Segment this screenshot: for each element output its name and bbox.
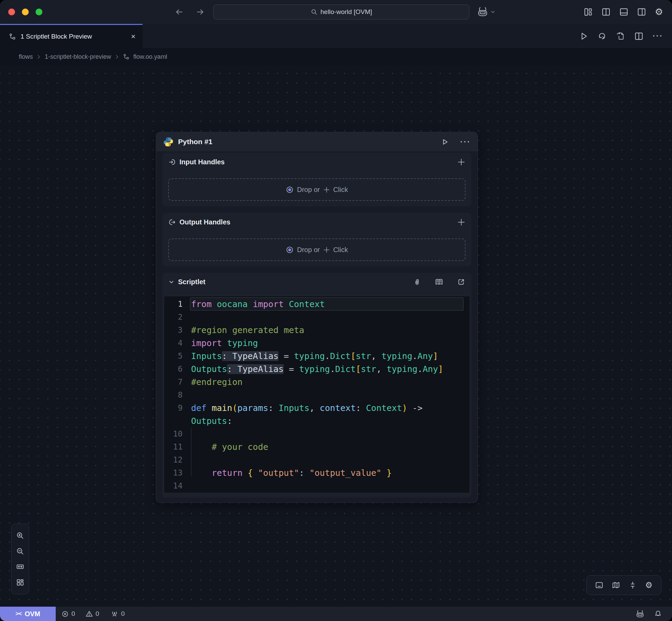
code-line[interactable] (190, 427, 463, 440)
minimize-window-button[interactable] (22, 9, 29, 15)
code-row[interactable]: 2 (164, 310, 470, 323)
code-rows: 1from oocana import Context23#region gen… (164, 298, 470, 492)
run-icon[interactable] (579, 32, 588, 41)
radio-dot-icon (286, 186, 294, 194)
code-row[interactable]: 14 (164, 479, 470, 492)
open-external-icon[interactable] (457, 278, 465, 286)
input-handles-label: Input Handles (179, 158, 225, 166)
code-line[interactable]: Outputs: TypeAlias = typing.Dict[str, ty… (190, 362, 463, 375)
output-handles-section: Output Handles Drop or Click (162, 213, 471, 266)
line-number: 13 (164, 466, 190, 479)
tab-scriptlet-block-preview[interactable]: 1 Scriptlet Block Preview ✕ (0, 24, 143, 48)
canvas-view-toolbar: ⚙ (586, 575, 661, 595)
toggle-primary-sidebar-icon[interactable] (602, 8, 610, 16)
chevron-down-icon (490, 10, 495, 14)
radio-dot-icon (286, 246, 294, 254)
minimap-icon[interactable] (612, 581, 620, 589)
notifications-bell-icon[interactable] (654, 610, 662, 618)
file-sync-icon[interactable] (616, 31, 625, 41)
code-line[interactable] (190, 310, 463, 323)
code-line[interactable]: #endregion (190, 375, 463, 388)
attach-icon[interactable] (413, 278, 421, 286)
center-view-icon[interactable] (629, 581, 637, 589)
forward-icon[interactable] (194, 6, 206, 18)
tab-bar: 1 Scriptlet Block Preview ✕ ··· (0, 24, 672, 48)
code-row[interactable]: 9def main(params: Inputs, context: Conte… (164, 401, 470, 414)
output-handle-icon (169, 219, 176, 226)
code-line[interactable]: def main(params: Inputs, context: Contex… (190, 401, 463, 414)
back-icon[interactable] (173, 6, 185, 18)
tab-label: 1 Scriptlet Block Preview (21, 33, 92, 40)
code-row[interactable]: Outputs: (164, 414, 470, 427)
canvas-settings-icon[interactable]: ⚙ (645, 581, 653, 589)
close-tab-icon[interactable]: ✕ (131, 33, 136, 40)
breadcrumb-item-file[interactable]: flow.oo.yaml (133, 53, 167, 60)
fit-width-icon[interactable] (16, 563, 24, 571)
output-dropzone[interactable]: Drop or Click (168, 238, 466, 261)
node-more-icon[interactable]: ··· (460, 138, 471, 146)
remote-icon: >< (15, 610, 22, 617)
plus-icon (323, 247, 330, 253)
toggle-secondary-sidebar-icon[interactable] (637, 8, 646, 16)
code-line[interactable]: Inputs: TypeAlias = typing.Dict[str, typ… (190, 349, 463, 362)
ports-indicator[interactable]: 0 (111, 610, 125, 618)
code-line[interactable] (190, 453, 463, 466)
chevron-right-icon (37, 55, 41, 59)
add-input-handle-icon[interactable] (457, 158, 465, 166)
code-row[interactable]: 3#region generated meta (164, 323, 470, 336)
assistant-menu-button[interactable] (477, 0, 495, 24)
chevron-down-icon[interactable] (169, 279, 174, 285)
warning-icon (85, 610, 93, 618)
code-line[interactable] (190, 479, 463, 492)
toggle-bottom-panel-icon[interactable] (595, 581, 603, 589)
code-row[interactable]: 10 (164, 427, 470, 440)
mascot-status-icon[interactable] (635, 610, 645, 618)
search-input[interactable]: hello-world [OVM] (213, 4, 469, 19)
plus-icon (323, 187, 330, 193)
maximize-window-button[interactable] (36, 9, 42, 15)
rerun-icon[interactable] (597, 31, 607, 41)
code-row[interactable]: 13 return { "output": "output_value" } (164, 466, 470, 479)
line-number: 1 (164, 298, 190, 310)
settings-gear-icon[interactable]: ⚙ (655, 8, 663, 17)
layout-grid-icon[interactable] (16, 578, 24, 586)
ports-tower-icon (111, 610, 118, 618)
line-number: 7 (164, 375, 190, 388)
add-output-handle-icon[interactable] (457, 218, 465, 226)
code-line[interactable] (190, 388, 463, 401)
zoom-out-icon[interactable] (16, 547, 24, 555)
line-number: 8 (164, 388, 190, 401)
code-row[interactable]: 6Outputs: TypeAlias = typing.Dict[str, t… (164, 362, 470, 375)
code-row[interactable]: 4import typing (164, 336, 470, 349)
code-row[interactable]: 7#endregion (164, 375, 470, 388)
node-card-python-1[interactable]: Python #1 ··· Input Handles (156, 132, 478, 503)
breadcrumb-item-flows[interactable]: flows (19, 53, 33, 60)
customize-layout-icon[interactable] (584, 8, 593, 16)
close-window-button[interactable] (8, 9, 15, 15)
code-editor[interactable]: 1from oocana import Context23#region gen… (164, 296, 470, 493)
code-line[interactable]: return { "output": "output_value" } (190, 466, 463, 479)
input-dropzone[interactable]: Drop or Click (168, 178, 466, 201)
node-run-icon[interactable] (441, 138, 449, 146)
code-row[interactable]: 11 # your code (164, 440, 470, 453)
code-row[interactable]: 12 (164, 453, 470, 466)
line-number: 4 (164, 336, 190, 349)
code-line[interactable]: Outputs: (190, 414, 463, 427)
toggle-panel-icon[interactable] (619, 8, 628, 16)
code-line[interactable]: from oocana import Context (190, 298, 463, 310)
zoom-in-icon[interactable] (16, 532, 24, 540)
docs-book-icon[interactable] (435, 278, 443, 286)
breadcrumb-item-folder[interactable]: 1-scriptlet-block-preview (45, 53, 111, 60)
problems-indicator[interactable]: 0 0 (62, 610, 99, 618)
code-row[interactable]: 5Inputs: TypeAlias = typing.Dict[str, ty… (164, 349, 470, 362)
code-line[interactable]: #region generated meta (190, 323, 463, 336)
remote-indicator[interactable]: >< OVM (0, 607, 56, 621)
node-header[interactable]: Python #1 ··· (156, 132, 478, 151)
code-line[interactable]: import typing (190, 336, 463, 349)
more-actions-icon[interactable]: ··· (653, 32, 663, 40)
code-row[interactable]: 8 (164, 388, 470, 401)
code-row[interactable]: 1from oocana import Context (164, 298, 470, 310)
code-line[interactable]: # your code (190, 440, 463, 453)
split-editor-icon[interactable] (634, 32, 643, 41)
remote-label: OVM (25, 610, 40, 618)
